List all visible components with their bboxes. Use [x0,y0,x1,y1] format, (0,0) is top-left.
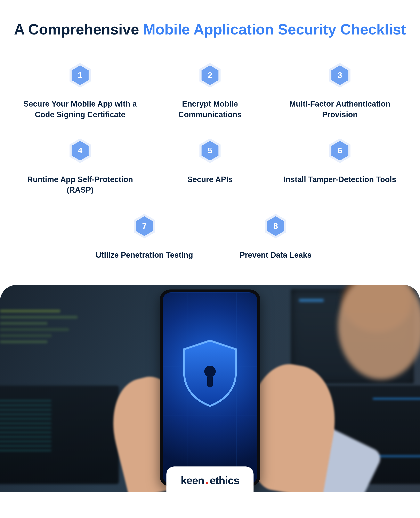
laptop-left-decoration [0,386,119,484]
checklist-item-label: Runtime App Self-Protection (RASP) [23,174,138,195]
title-part-2: Mobile Application Security Checklist [143,21,406,38]
hex-number: 7 [142,222,147,231]
lock-icon [204,366,216,377]
brand-logo: keen . ethics [166,466,254,492]
checklist-row-3: 7 Utilize Penetration Testing 8 Prevent … [19,214,401,260]
checklist-item-label: Secure APIs [188,174,232,185]
page: A Comprehensive Mobile Application Secur… [0,0,420,492]
checklist-item-label: Prevent Data Leaks [240,250,312,260]
hex-badge-1: 1 [68,63,92,87]
checklist-item-label: Encrypt Mobile Communications [153,99,267,120]
checklist-item-2: 2 Encrypt Mobile Communications [149,63,271,120]
checklist-item-5: 5 Secure APIs [149,138,271,195]
checklist-item-label: Secure Your Mobile App with a Code Signi… [23,99,138,120]
title-part-1: A Comprehensive [14,21,139,38]
checklist-item-4: 4 Runtime App Self-Protection (RASP) [19,138,141,195]
hex-number: 8 [273,222,278,231]
hex-number: 4 [78,146,82,155]
hex-number: 5 [208,146,212,155]
checklist-item-3: 3 Multi-Factor Authentication Provision [279,63,401,120]
phone [160,289,260,487]
hex-badge-4: 4 [68,138,92,163]
hex-badge-7: 7 [132,214,157,239]
checklist-row-2: 4 Runtime App Self-Protection (RASP) 5 S… [19,138,401,195]
checklist-grid: 1 Secure Your Mobile App with a Code Sig… [19,63,401,260]
hex-badge-8: 8 [263,214,288,239]
checklist-item-8: 8 Prevent Data Leaks [214,214,337,260]
hero-image: keen . ethics [0,285,420,492]
hex-badge-3: 3 [328,63,352,87]
hex-badge-5: 5 [198,138,222,163]
checklist-item-label: Utilize Penetration Testing [96,250,193,260]
checklist-item-label: Multi-Factor Authentication Provision [282,99,397,120]
logo-text-left: keen [181,474,204,487]
checklist-item-1: 1 Secure Your Mobile App with a Code Sig… [19,63,141,120]
hex-number: 3 [338,71,342,80]
checklist-item-7: 7 Utilize Penetration Testing [83,214,206,260]
shield-icon [179,338,241,408]
logo-text-right: ethics [210,474,239,487]
phone-screen [163,292,257,484]
code-lines-decoration [0,309,86,343]
hex-number: 2 [208,71,212,80]
hex-number: 6 [338,146,342,155]
checklist-row-1: 1 Secure Your Mobile App with a Code Sig… [19,63,401,120]
hex-badge-6: 6 [328,138,352,163]
checklist-item-6: 6 Install Tamper-Detection Tools [279,138,401,195]
hex-number: 1 [78,71,82,80]
checklist-item-label: Install Tamper-Detection Tools [283,174,396,185]
hex-badge-2: 2 [198,63,222,87]
page-title: A Comprehensive Mobile Application Secur… [14,21,406,38]
logo-dot: . [205,474,208,486]
